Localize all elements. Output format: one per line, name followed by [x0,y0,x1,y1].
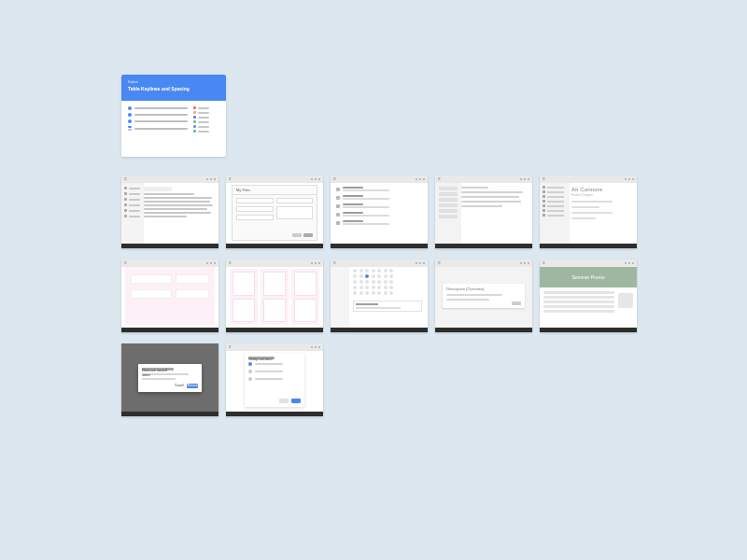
mock-settings-list[interactable] [331,175,428,248]
list-item[interactable] [336,203,424,208]
detail-content-pane [461,187,529,210]
contact-list[interactable] [540,183,570,244]
board-card[interactable] [263,272,286,296]
guide-card [176,289,209,299]
cancel-button[interactable]: Cancel [175,384,184,388]
item-icon [336,196,340,200]
form-field[interactable] [236,215,274,220]
board-card[interactable] [233,272,255,296]
panel-title: My Files [233,186,317,195]
mock-grid-board[interactable] [226,259,323,332]
list-item[interactable] [336,212,424,217]
promo-table [543,291,614,313]
cancel-button[interactable] [292,233,302,237]
hero-swatch-legend [193,106,219,134]
form-field[interactable] [276,198,314,203]
board-card[interactable] [294,272,317,296]
guide-card [176,274,209,284]
overlay-action-button[interactable] [512,301,521,305]
mock-stepper-dialog[interactable]: Setup account [226,343,323,416]
board-card[interactable] [263,299,286,323]
board-card[interactable] [294,299,317,323]
mock-confirm-dialog[interactable]: Remove saved state Cancel Remove [121,343,218,416]
spec-hero-card: Keylines Table Keylines and Spacing [121,75,226,157]
dialog-title: Remove saved state [142,368,174,371]
promo-title: Summer Promo [571,274,604,280]
step-item[interactable] [248,377,301,381]
contact-name: Ali Connors [571,187,634,192]
mock-document-view[interactable] [121,175,218,248]
item-icon [336,213,340,217]
hero-subtitle: Keylines [128,80,219,84]
back-button[interactable] [279,399,289,403]
mock-detail-split[interactable] [435,175,532,248]
form-field[interactable] [276,206,314,219]
form-field[interactable] [236,206,274,212]
stepper-title: Setup account [248,357,275,359]
mock-spacing-guide[interactable] [121,259,218,332]
tab-active[interactable] [144,187,172,191]
stepper-dialog: Setup account [245,353,304,407]
detail-list-pane[interactable] [435,183,461,244]
dialog: Remove saved state Cancel Remove [138,364,202,392]
guide-card [131,289,172,299]
board-card[interactable] [233,299,255,323]
sidebar [121,183,144,244]
guide-card [131,274,172,284]
overlay-card[interactable]: Description (Overview) [443,284,525,308]
selected-day[interactable] [365,274,369,278]
mock-contact-profile[interactable]: Ali Connors Product Designer [540,175,637,248]
document-body [144,193,216,217]
event-card[interactable] [353,301,422,312]
mock-calendar[interactable] [331,259,428,332]
hero-header: Keylines Table Keylines and Spacing [121,75,226,101]
hero-keyline-diagram [128,106,188,134]
list-item[interactable] [336,187,424,191]
promo-header: Summer Promo [540,267,637,287]
item-icon [336,188,340,191]
mock-promo-page[interactable]: Summer Promo [540,259,637,332]
list-item[interactable] [336,195,424,200]
contact-role: Product Designer [571,193,634,197]
step-item[interactable] [248,370,301,373]
hero-title: Table Keylines and Spacing [128,86,219,91]
month-grid[interactable] [353,269,394,295]
overlay-title: Description (Overview) [446,287,521,291]
step-item[interactable] [248,362,301,366]
confirm-button[interactable]: Remove [187,384,198,388]
item-icon [336,204,340,208]
form-field[interactable] [236,198,274,203]
list-item[interactable] [336,220,424,225]
promo-cta-card[interactable] [618,293,633,308]
submit-button[interactable] [303,233,313,237]
item-icon [336,221,340,225]
mock-file-manager[interactable]: My Files [226,175,323,248]
next-button[interactable] [291,399,301,403]
mock-description-overlay[interactable]: Description (Overview) [435,259,532,332]
